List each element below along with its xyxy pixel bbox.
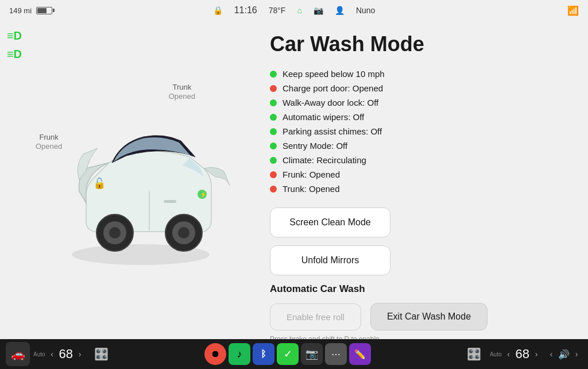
- wifi-icon: 📶: [567, 5, 579, 16]
- car-section: Trunk Opened Frunk Opened: [29, 21, 253, 339]
- status-bar-right: 📶: [567, 5, 579, 16]
- temperature-display: 78°F: [269, 6, 286, 15]
- left-temp-label: Auto: [33, 351, 45, 358]
- time-display: 11:16: [234, 5, 257, 16]
- status-dot-6: [270, 143, 277, 149]
- status-dot-7: [270, 157, 277, 164]
- taskbar-left-temp-group: Auto ‹ 68 ›: [33, 347, 86, 362]
- volume-icon: 🔊: [558, 349, 570, 360]
- checklist-item-3: Walk-Away door lock: Off: [270, 98, 571, 107]
- svg-text:⚡: ⚡: [200, 191, 207, 198]
- automatic-section: Automatic Car Wash Enable free roll Exit…: [270, 283, 571, 339]
- taskbar-volume-group: ‹ 🔊 ›: [546, 349, 582, 360]
- username-text: Nuno: [356, 6, 375, 15]
- taskbar-steering-left[interactable]: 🎛️: [89, 342, 113, 366]
- sidebar-icon-1[interactable]: ≡D: [7, 30, 22, 41]
- taskbar-dots-app[interactable]: ⋯: [325, 343, 347, 365]
- taskbar-check-app[interactable]: ✓: [277, 343, 299, 365]
- sidebar: ≡D ≡D: [0, 21, 29, 339]
- exit-car-wash-button[interactable]: Exit Car Wash Mode: [370, 303, 488, 330]
- status-dot-8: [270, 171, 277, 178]
- right-temp-value: 68: [516, 347, 529, 362]
- taskbar-app-group: ⏺ ♪ ᛒ ✓ 📷 ⋯ ✏️: [117, 343, 459, 365]
- automatic-row: Enable free roll Exit Car Wash Mode: [270, 303, 571, 330]
- status-bar-center: 🔒 11:16 78°F ⌂ 📷 👤 Nuno: [213, 5, 376, 16]
- car-image: ⚡ 🔓: [49, 82, 233, 278]
- panel-title: Car Wash Mode: [270, 32, 571, 56]
- checklist: Keep speed below 10 mph Charge port door…: [270, 69, 571, 194]
- right-temp-increase[interactable]: ›: [531, 349, 542, 359]
- svg-point-3: [109, 227, 121, 239]
- svg-point-6: [178, 227, 189, 239]
- checklist-item-2: Charge port door: Opened: [270, 83, 571, 93]
- taskbar-spotify-app[interactable]: ♪: [229, 343, 250, 365]
- checklist-item-5: Parking assist chimes: Off: [270, 126, 571, 136]
- enable-free-roll-button[interactable]: Enable free roll: [270, 303, 361, 330]
- taskbar-camera-app[interactable]: 📷: [301, 343, 323, 365]
- checklist-item-9: Trunk: Opened: [270, 184, 571, 194]
- right-temp-label: Auto: [490, 351, 502, 358]
- screen-clean-button[interactable]: Screen Clean Mode: [270, 207, 390, 237]
- status-dot-3: [270, 99, 277, 106]
- volume-increase[interactable]: ›: [571, 349, 582, 359]
- status-dot-4: [270, 114, 277, 121]
- camera-icon: 📷: [314, 6, 323, 15]
- sidebar-icon-2[interactable]: ≡D: [7, 48, 22, 60]
- checklist-item-8: Frunk: Opened: [270, 170, 571, 179]
- checklist-item-6: Sentry Mode: Off: [270, 141, 571, 151]
- taskbar-right-temp-group: Auto ‹ 68 ›: [490, 347, 542, 362]
- left-temp-increase[interactable]: ›: [74, 349, 86, 359]
- status-bar-left: 149 mi: [9, 6, 52, 15]
- mileage-text: 149 mi: [9, 6, 32, 15]
- info-panel: Car Wash Mode Keep speed below 10 mph Ch…: [253, 21, 588, 339]
- svg-text:🔓: 🔓: [93, 177, 106, 190]
- status-dot-9: [270, 186, 277, 193]
- main-content: Trunk Opened Frunk Opened: [29, 21, 588, 339]
- battery-icon: [36, 7, 52, 14]
- taskbar-purple-app[interactable]: ✏️: [349, 343, 371, 365]
- taskbar-record-app[interactable]: ⏺: [204, 343, 226, 365]
- home-icon: ⌂: [297, 6, 301, 15]
- left-temp-decrease[interactable]: ‹: [47, 349, 58, 359]
- taskbar-car-icon[interactable]: 🚗: [6, 342, 30, 366]
- svg-rect-8: [164, 200, 176, 203]
- unfold-mirrors-button[interactable]: Unfold Mirrors: [270, 245, 390, 275]
- lock-icon: 🔒: [213, 6, 223, 15]
- status-dot-2: [270, 85, 277, 92]
- checklist-item-4: Automatic wipers: Off: [270, 112, 571, 122]
- taskbar: 🚗 Auto ‹ 68 › 🎛️ ⏺ ♪ ᛒ ✓ 📷: [0, 339, 588, 369]
- checklist-item-1: Keep speed below 10 mph: [270, 69, 571, 79]
- taskbar-steering-right[interactable]: 🎛️: [462, 342, 486, 366]
- status-dot-1: [270, 71, 277, 78]
- taskbar-bt-app[interactable]: ᛒ: [253, 343, 274, 365]
- checklist-item-7: Climate: Recirculating: [270, 155, 571, 165]
- enable-hint: Press brake and shift to D to enable: [270, 335, 571, 339]
- left-temp-value: 68: [59, 347, 73, 362]
- right-temp-decrease[interactable]: ‹: [503, 349, 514, 359]
- status-dot-5: [270, 128, 277, 135]
- volume-decrease[interactable]: ‹: [546, 349, 557, 359]
- automatic-title: Automatic Car Wash: [270, 283, 571, 295]
- user-icon: 👤: [335, 6, 345, 15]
- status-bar: 149 mi 🔒 11:16 78°F ⌂ 📷 👤 Nuno 📶: [0, 0, 588, 21]
